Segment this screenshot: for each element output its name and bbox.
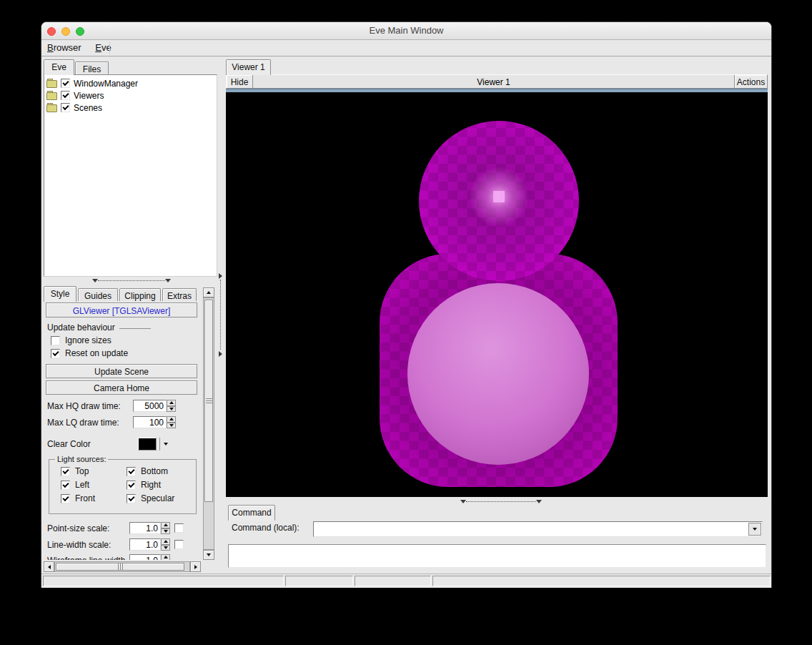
command-input[interactable]	[314, 522, 748, 536]
max-hq-row: Max HQ draw time: 5000	[47, 400, 176, 412]
column-splitter-collapse-icon[interactable]	[219, 273, 222, 279]
actions-button[interactable]: Actions	[734, 75, 767, 88]
spin-up-icon	[164, 540, 168, 543]
splitter-collapse-icon[interactable]	[460, 500, 466, 503]
tree-item-viewers[interactable]: Viewers	[46, 89, 217, 102]
max-hq-field[interactable]: 5000	[133, 400, 167, 412]
tab-style[interactable]: Style	[44, 286, 76, 302]
status-segment	[432, 576, 771, 586]
tab-guides[interactable]: Guides	[78, 288, 118, 302]
light-right-checkbox[interactable]	[127, 481, 136, 490]
vscrollbar-thumb[interactable]	[204, 300, 213, 502]
light-right-option[interactable]: Right	[127, 480, 161, 490]
wireframe-field[interactable]: 1.0	[129, 554, 161, 560]
title-bar[interactable]: Eve Main Window	[41, 22, 771, 40]
tree-item-label[interactable]: WindowManager	[74, 79, 138, 89]
menu-browser[interactable]: Browser	[41, 40, 87, 53]
gl-viewport[interactable]	[226, 92, 768, 497]
light-bottom-checkbox[interactable]	[127, 467, 136, 476]
light-top-checkbox[interactable]	[61, 467, 70, 476]
reset-on-update-checkbox[interactable]	[51, 349, 60, 358]
command-combobox[interactable]	[313, 521, 763, 537]
light-right-label: Right	[141, 480, 161, 490]
editor-vscrollbar[interactable]	[203, 297, 214, 550]
gl-scene-figure	[226, 92, 768, 497]
scroll-up-button[interactable]	[203, 287, 214, 297]
light-front-checkbox[interactable]	[61, 494, 70, 503]
command-output[interactable]	[228, 544, 766, 568]
camera-home-button[interactable]: Camera Home	[46, 380, 197, 395]
hscrollbar-thumb[interactable]	[56, 563, 184, 571]
light-left-checkbox[interactable]	[61, 481, 70, 490]
tree-checkbox[interactable]	[61, 91, 70, 100]
light-bottom-option[interactable]: Bottom	[127, 466, 168, 476]
line-width-checkbox[interactable]	[174, 540, 184, 549]
splitter-collapse-icon[interactable]	[165, 279, 171, 282]
light-left-option[interactable]: Left	[61, 480, 89, 490]
glviewer-editor: GLViewer [TGLSAViewer] Update behaviour …	[44, 301, 202, 560]
status-bar	[41, 573, 771, 588]
spin-down-icon	[164, 530, 168, 533]
arrow-up-icon	[207, 291, 211, 294]
point-size-spinner[interactable]	[161, 522, 170, 534]
glviewer-header-label: GLViewer [TGLSAViewer]	[73, 306, 171, 316]
light-top-option[interactable]: Top	[61, 466, 89, 476]
tab-eve[interactable]: Eve	[44, 59, 74, 75]
update-scene-button[interactable]: Update Scene	[46, 364, 197, 378]
tab-clipping[interactable]: Clipping	[119, 288, 161, 302]
tree-item-label[interactable]: Scenes	[74, 103, 102, 113]
point-size-field[interactable]: 1.0	[129, 522, 161, 534]
tree-checkbox[interactable]	[61, 79, 70, 88]
light-front-option[interactable]: Front	[61, 493, 95, 503]
chevron-down-icon	[753, 528, 757, 531]
line-width-spinner[interactable]	[161, 538, 170, 551]
group-separator-line	[119, 328, 151, 329]
update-behaviour-label: Update behaviour	[47, 322, 115, 333]
light-specular-checkbox[interactable]	[127, 494, 136, 503]
wireframe-row: Wireframe line-width 1.0	[47, 554, 170, 560]
scroll-down-button[interactable]	[203, 550, 214, 560]
tab-extras[interactable]: Extras	[162, 288, 197, 302]
column-splitter[interactable]	[220, 280, 221, 350]
clear-color-dropdown[interactable]	[159, 438, 171, 450]
status-segment	[285, 576, 353, 586]
scroll-right-button[interactable]	[190, 561, 201, 572]
wireframe-spinner[interactable]	[161, 554, 170, 560]
ignore-sizes-checkbox[interactable]	[51, 336, 60, 345]
thumb-grip	[118, 563, 123, 570]
max-hq-spinner[interactable]	[167, 400, 176, 412]
tree-item-label[interactable]: Viewers	[74, 91, 104, 101]
spin-up-icon	[169, 401, 174, 404]
tab-command[interactable]: Command	[228, 505, 275, 521]
reset-on-update-option[interactable]: Reset on update	[51, 348, 128, 358]
tree-item-scenes[interactable]: Scenes	[46, 102, 217, 114]
clear-color-swatch[interactable]	[138, 438, 157, 450]
scroll-left-button[interactable]	[44, 561, 54, 572]
update-behaviour-group: Update behaviour	[47, 322, 197, 333]
command-dropdown-button[interactable]	[748, 523, 761, 536]
max-lq-field[interactable]: 100	[133, 416, 167, 428]
max-lq-label: Max LQ draw time:	[47, 418, 133, 428]
tree-checkbox[interactable]	[61, 103, 70, 112]
tree-item-windowmanager[interactable]: WindowManager	[46, 77, 217, 89]
editor-hscrollbar[interactable]	[54, 561, 190, 572]
light-specular-option[interactable]: Specular	[127, 493, 174, 503]
splitter-collapse-icon[interactable]	[536, 500, 542, 503]
ignore-sizes-option[interactable]: Ignore sizes	[51, 335, 112, 345]
tree-editor-splitter[interactable]	[44, 277, 217, 283]
point-size-checkbox[interactable]	[174, 523, 184, 533]
menu-eve[interactable]: Eve	[89, 40, 117, 53]
column-splitter-collapse-icon[interactable]	[219, 351, 222, 357]
tab-viewer-1[interactable]: Viewer 1	[226, 59, 271, 75]
arrow-left-icon	[48, 565, 51, 569]
splitter-dots	[466, 501, 536, 502]
hide-button[interactable]: Hide	[227, 75, 253, 88]
max-lq-spinner[interactable]	[167, 416, 176, 428]
wireframe-label: Wireframe line-width	[47, 556, 129, 561]
viewer-command-splitter[interactable]	[226, 498, 768, 504]
status-segment	[43, 576, 284, 586]
tab-files[interactable]: Files	[75, 61, 109, 75]
splitter-collapse-icon[interactable]	[92, 279, 98, 282]
glviewer-header-button[interactable]: GLViewer [TGLSAViewer]	[46, 302, 197, 317]
line-width-field[interactable]: 1.0	[129, 538, 161, 551]
